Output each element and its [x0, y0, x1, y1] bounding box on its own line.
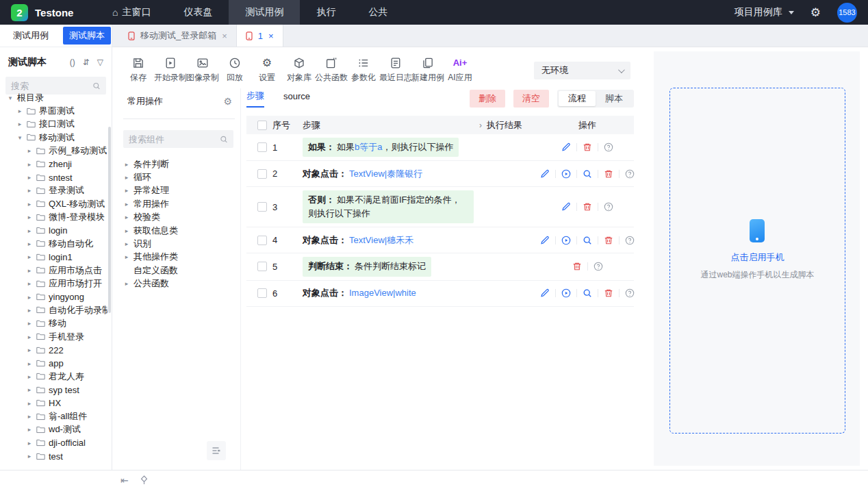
caret-icon[interactable]: ▸: [26, 413, 33, 420]
tree-item[interactable]: ▸sntest: [0, 171, 107, 184]
search-icon[interactable]: [583, 236, 592, 245]
close-icon[interactable]: ×: [268, 31, 274, 41]
collapse-left-icon[interactable]: ⇤: [120, 475, 129, 486]
component-group[interactable]: ▸异常处理: [123, 184, 240, 197]
sidebar-scrollbar[interactable]: [108, 127, 111, 313]
filter-icon[interactable]: ▽: [97, 58, 103, 67]
caret-icon[interactable]: ▸: [123, 201, 130, 208]
refresh-icon[interactable]: (): [70, 58, 75, 67]
tree-item[interactable]: ▾移动测试: [0, 131, 107, 144]
object-link[interactable]: ImageView|white: [349, 288, 416, 298]
component-group[interactable]: ▸识别: [123, 237, 240, 250]
tree-item[interactable]: ▸wd-测试: [0, 423, 107, 436]
edit-icon[interactable]: [540, 169, 550, 179]
tab-test-case[interactable]: 测试用例: [7, 27, 55, 45]
tab-source[interactable]: source: [283, 91, 310, 107]
toolbar-settings-button[interactable]: ⚙设置: [252, 57, 282, 84]
delete-icon[interactable]: [604, 288, 613, 298]
help-icon[interactable]: [604, 202, 613, 212]
caret-icon[interactable]: ▸: [123, 214, 130, 221]
select-all-checkbox[interactable]: [257, 121, 267, 130]
sidebar-search-input[interactable]: [11, 81, 92, 91]
caret-icon[interactable]: ▸: [26, 227, 33, 234]
caret-icon[interactable]: ▸: [123, 161, 130, 168]
toolbar-new-case-button[interactable]: 新建用例: [413, 57, 443, 84]
help-icon[interactable]: [625, 236, 635, 245]
caret-icon[interactable]: ▸: [16, 108, 23, 114]
toolbar-ai-button[interactable]: Ai+AI应用: [445, 57, 475, 84]
caret-icon[interactable]: ▸: [26, 400, 33, 407]
delete-button[interactable]: 删除: [470, 90, 505, 108]
edit-icon[interactable]: [540, 288, 550, 298]
caret-icon[interactable]: ▸: [123, 280, 130, 287]
help-icon[interactable]: [604, 142, 613, 152]
edit-icon[interactable]: [561, 142, 571, 152]
toolbar-common-func-button[interactable]: 公共函数: [316, 57, 346, 84]
delete-icon[interactable]: [583, 202, 592, 212]
component-group[interactable]: ▸校验类: [123, 211, 240, 224]
tree-item[interactable]: ▸login: [0, 224, 107, 237]
close-icon[interactable]: ×: [222, 31, 227, 41]
toolbar-save-button[interactable]: 保存: [123, 57, 153, 84]
file-tab-1[interactable]: 1 ×: [237, 25, 283, 47]
row-checkbox[interactable]: [257, 236, 267, 245]
environment-select[interactable]: 无环境: [534, 62, 630, 79]
toolbar-image-record-button[interactable]: 图像录制: [188, 57, 218, 84]
tree-item[interactable]: ▸自动化手动录制: [0, 303, 107, 316]
caret-icon[interactable]: ▸: [26, 201, 33, 208]
tree-item[interactable]: ▸test: [0, 450, 107, 463]
collapse-panel-button[interactable]: [207, 441, 226, 460]
caret-icon[interactable]: ▸: [26, 240, 33, 247]
tree-item[interactable]: ▸移动: [0, 317, 107, 330]
tree-item[interactable]: ▸手机登录: [0, 330, 107, 343]
sort-icon[interactable]: ⇵: [83, 58, 90, 67]
object-link[interactable]: TextView|泰隆银行: [349, 168, 422, 179]
tree-item[interactable]: ▸界面测试: [0, 104, 107, 117]
caret-icon[interactable]: ▸: [26, 440, 33, 447]
nav-item-test-case[interactable]: 测试用例: [229, 0, 300, 25]
object-link[interactable]: b等于a: [355, 142, 382, 152]
caret-icon[interactable]: ▸: [26, 334, 33, 340]
component-group[interactable]: 自定义函数: [123, 264, 240, 277]
row-checkbox[interactable]: [257, 262, 267, 271]
gear-icon[interactable]: ⚙: [223, 96, 232, 107]
search-icon[interactable]: [583, 288, 592, 298]
collapse-results-icon[interactable]: ›: [479, 121, 482, 130]
caret-icon[interactable]: ▸: [26, 253, 33, 260]
notification-badge[interactable]: 1583: [837, 3, 857, 23]
caret-icon[interactable]: ▸: [123, 253, 130, 260]
clear-button[interactable]: 清空: [513, 90, 549, 108]
tab-steps[interactable]: 步骤: [246, 90, 264, 108]
help-icon[interactable]: [625, 169, 635, 179]
caret-icon[interactable]: ▸: [26, 147, 33, 154]
component-search-input[interactable]: [129, 134, 220, 145]
row-checkbox[interactable]: [257, 202, 267, 212]
caret-icon[interactable]: ▸: [123, 227, 130, 234]
toolbar-record-start-button[interactable]: 开始录制: [155, 57, 186, 84]
delete-icon[interactable]: [572, 262, 582, 271]
toolbar-recent-logs-button[interactable]: 最近日志: [381, 57, 411, 84]
tree-item[interactable]: ▸222: [0, 343, 107, 356]
mode-script[interactable]: 脚本: [596, 91, 633, 106]
component-group[interactable]: ▸循环: [123, 171, 240, 184]
caret-icon[interactable]: ▸: [123, 240, 130, 247]
play-icon[interactable]: [561, 169, 571, 179]
tree-item[interactable]: ▸app: [0, 357, 107, 370]
caret-icon[interactable]: ▸: [26, 307, 33, 314]
component-group[interactable]: ▸获取信息类: [123, 224, 240, 237]
caret-icon[interactable]: ▸: [26, 373, 33, 380]
component-group[interactable]: ▸公共函数: [123, 277, 240, 290]
toolbar-replay-button[interactable]: 回放: [220, 57, 250, 84]
nav-item-common[interactable]: 公共: [352, 0, 404, 25]
tree-item[interactable]: ▸君龙人寿: [0, 370, 107, 383]
tree-item[interactable]: ▸syp test: [0, 384, 107, 397]
tree-item[interactable]: ▸示例_移动测试: [0, 145, 107, 158]
component-group[interactable]: ▸其他操作类: [123, 251, 240, 264]
caret-icon[interactable]: ▸: [26, 426, 33, 433]
caret-icon[interactable]: ▸: [26, 267, 33, 274]
tree-item[interactable]: ▸移动自动化: [0, 237, 107, 250]
caret-icon[interactable]: ▸: [26, 214, 33, 221]
component-group[interactable]: ▸条件判断: [123, 158, 240, 171]
tree-item[interactable]: ▸应用市场打开: [0, 277, 107, 290]
edit-icon[interactable]: [540, 236, 550, 245]
